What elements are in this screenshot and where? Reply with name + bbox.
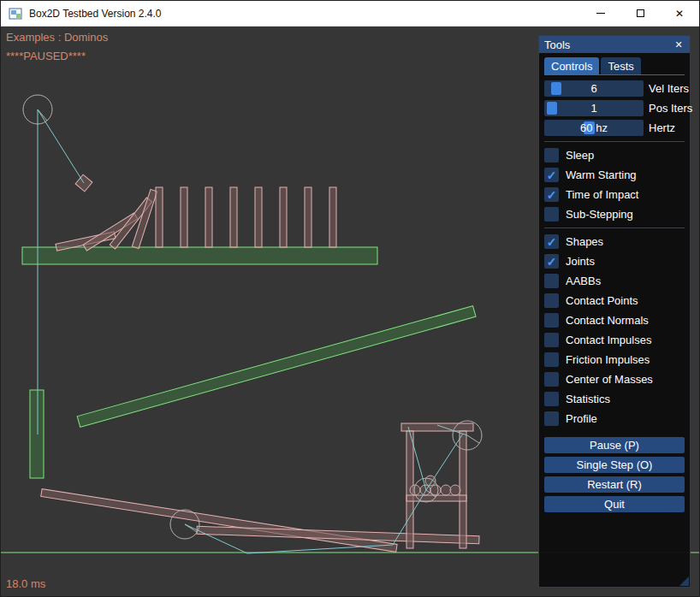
checkbox-label: Profile bbox=[566, 412, 597, 425]
checkbox-row-contact-normals[interactable]: Contact Normals bbox=[544, 312, 685, 328]
checkbox-row-time-of-impact[interactable]: ✓Time of Impact bbox=[544, 186, 685, 203]
window-titlebar[interactable]: Box2D Testbed Version 2.4.0 ✕ bbox=[1, 1, 699, 27]
close-button[interactable]: ✕ bbox=[660, 1, 699, 26]
dominos bbox=[56, 174, 336, 251]
checkbox-label: Friction Impulses bbox=[566, 353, 650, 366]
domino bbox=[181, 187, 187, 247]
radius-line bbox=[467, 435, 479, 443]
check-icon: ✓ bbox=[547, 236, 557, 248]
vel-iters-row: 6 Vel Iters bbox=[544, 80, 685, 97]
minimize-button[interactable] bbox=[581, 1, 620, 26]
close-icon: ✕ bbox=[675, 9, 684, 19]
panel-buttons: Pause (P) Single Step (O) Restart (R) Qu… bbox=[544, 437, 685, 512]
checkbox-row-shapes[interactable]: ✓Shapes bbox=[544, 233, 685, 250]
long-plank bbox=[41, 489, 397, 553]
joint-line bbox=[38, 109, 84, 183]
tools-panel-titlebar[interactable]: Tools ✕ bbox=[539, 36, 690, 53]
draw-settings-group: ✓Shapes✓JointsAABBsContact PointsContact… bbox=[544, 233, 685, 427]
window-controls: ✕ bbox=[581, 1, 699, 26]
checkbox-row-center-of-masses[interactable]: Center of Masses bbox=[544, 371, 685, 387]
checkbox-label: Sub-Stepping bbox=[566, 208, 633, 221]
checkbox-sub-stepping[interactable] bbox=[544, 207, 559, 222]
vertical-plank bbox=[30, 390, 44, 478]
tools-close-icon[interactable]: ✕ bbox=[673, 39, 685, 50]
checkbox-time-of-impact[interactable]: ✓ bbox=[544, 187, 559, 202]
tab-tests[interactable]: Tests bbox=[601, 57, 640, 74]
separator bbox=[544, 228, 685, 228]
check-icon: ✓ bbox=[547, 256, 557, 268]
checkbox-center-of-masses[interactable] bbox=[544, 372, 559, 387]
pos-iters-slider[interactable]: 1 bbox=[544, 100, 644, 116]
checkbox-label: Joints bbox=[566, 255, 595, 268]
checkbox-row-sub-stepping[interactable]: Sub-Stepping bbox=[544, 206, 685, 222]
frame-time-label: 18.0 ms bbox=[6, 577, 45, 590]
window-title: Box2D Testbed Version 2.4.0 bbox=[29, 8, 162, 20]
checkbox-warm-starting[interactable]: ✓ bbox=[544, 168, 559, 182]
minimize-icon bbox=[596, 13, 605, 14]
checkbox-label: Sleep bbox=[566, 149, 594, 162]
domino bbox=[156, 187, 163, 247]
checkbox-row-contact-points[interactable]: Contact Points bbox=[544, 293, 685, 309]
checkbox-sleep[interactable] bbox=[544, 148, 559, 163]
checkbox-row-sleep[interactable]: Sleep bbox=[544, 147, 685, 163]
app-icon bbox=[9, 7, 22, 21]
tab-controls[interactable]: Controls bbox=[544, 57, 599, 74]
separator bbox=[544, 141, 685, 142]
app-window: Box2D Testbed Version 2.4.0 ✕ bbox=[0, 0, 700, 597]
checkbox-row-statistics[interactable]: Statistics bbox=[544, 391, 685, 407]
check-icon: ✓ bbox=[547, 169, 557, 181]
domino bbox=[280, 187, 287, 247]
checkbox-contact-impulses[interactable] bbox=[544, 333, 559, 347]
checkbox-shapes[interactable]: ✓ bbox=[544, 234, 559, 249]
simulation-canvas[interactable]: Examples : Dominos ****PAUSED**** 18.0 m… bbox=[1, 27, 700, 597]
paused-label: ****PAUSED**** bbox=[6, 50, 86, 62]
checkbox-row-joints[interactable]: ✓Joints bbox=[544, 253, 685, 269]
ball bbox=[430, 485, 441, 495]
checkbox-friction-impulses[interactable] bbox=[544, 352, 559, 367]
sim-settings-group: Sleep✓Warm Starting✓Time of ImpactSub-St… bbox=[544, 147, 685, 222]
checkbox-profile[interactable] bbox=[544, 411, 559, 426]
maximize-icon bbox=[637, 9, 644, 17]
hertz-value: 60 hz bbox=[544, 120, 644, 136]
vel-iters-value: 6 bbox=[544, 80, 644, 97]
tools-tabbar: Controls Tests bbox=[544, 56, 685, 75]
checkbox-aabbs[interactable] bbox=[544, 274, 559, 288]
checkbox-label: Contact Points bbox=[566, 294, 638, 307]
pos-iters-value: 1 bbox=[544, 100, 644, 116]
quit-button[interactable]: Quit bbox=[544, 496, 685, 512]
restart-button[interactable]: Restart (R) bbox=[544, 476, 685, 493]
pos-iters-row: 1 Pos Iters bbox=[544, 100, 685, 116]
domino-platform bbox=[22, 247, 377, 264]
resize-grip[interactable] bbox=[679, 576, 689, 586]
checkbox-label: Contact Impulses bbox=[566, 334, 651, 346]
domino bbox=[305, 187, 311, 247]
hertz-row: 60 hz Hertz bbox=[544, 120, 685, 136]
checkbox-row-warm-starting[interactable]: ✓Warm Starting bbox=[544, 167, 685, 183]
checkbox-label: Statistics bbox=[566, 393, 610, 405]
checkbox-contact-normals[interactable] bbox=[544, 313, 559, 328]
joint-line bbox=[426, 434, 463, 490]
frame-top-bar bbox=[401, 423, 473, 431]
vel-iters-slider[interactable]: 6 bbox=[544, 80, 644, 97]
hertz-label: Hertz bbox=[649, 121, 675, 134]
pause-button[interactable]: Pause (P) bbox=[544, 437, 685, 453]
checkbox-row-contact-impulses[interactable]: Contact Impulses bbox=[544, 332, 685, 348]
checkbox-row-profile[interactable]: Profile bbox=[544, 411, 685, 427]
pos-iters-label: Pos Iters bbox=[649, 102, 692, 115]
checkbox-label: Shapes bbox=[566, 235, 603, 248]
checkbox-contact-points[interactable] bbox=[544, 293, 559, 308]
vel-iters-label: Vel Iters bbox=[649, 82, 689, 95]
checkbox-row-friction-impulses[interactable]: Friction Impulses bbox=[544, 352, 685, 368]
checkbox-label: AABBs bbox=[566, 275, 601, 287]
ball bbox=[441, 485, 451, 495]
inclined-plank bbox=[77, 306, 476, 428]
checkbox-label: Warm Starting bbox=[566, 168, 637, 181]
domino bbox=[205, 187, 212, 247]
hertz-slider[interactable]: 60 hz bbox=[544, 120, 644, 136]
single-step-button[interactable]: Single Step (O) bbox=[544, 457, 685, 473]
maximize-button[interactable] bbox=[620, 1, 660, 26]
checkbox-joints[interactable]: ✓ bbox=[544, 254, 559, 269]
checkbox-statistics[interactable] bbox=[544, 392, 559, 406]
checkbox-row-aabbs[interactable]: AABBs bbox=[544, 273, 685, 289]
balls bbox=[410, 476, 460, 495]
